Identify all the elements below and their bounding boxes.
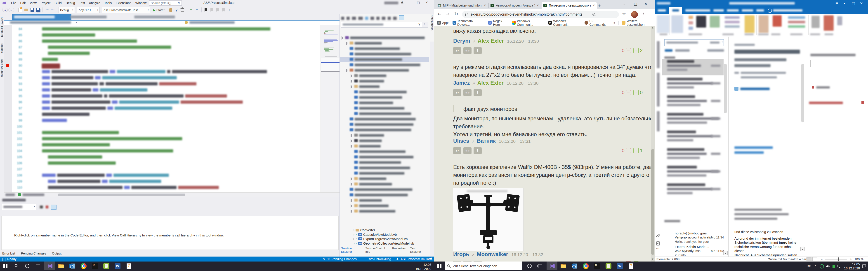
taskbar-app-visual-studio[interactable]: [44, 262, 55, 270]
message-sender[interactable]: [667, 60, 694, 63]
quote-icon[interactable]: «»: [463, 89, 471, 96]
message-sender[interactable]: [667, 166, 697, 168]
tree-item[interactable]: [355, 194, 408, 196]
status-bell-icon[interactable]: 🔔︎: [430, 257, 433, 261]
vs-minimap-scrollbar[interactable]: [320, 25, 340, 193]
maximize-button[interactable]: □: [634, 2, 637, 6]
list-scroll-down[interactable]: ▼: [723, 251, 727, 255]
taskbar-app-word[interactable]: W: [112, 262, 123, 270]
bookmark-apps-grid[interactable]: ⣿Apps: [437, 21, 450, 25]
tab-addins[interactable]: [742, 9, 753, 11]
breakpoint-dot[interactable]: [6, 64, 9, 67]
language-indicator[interactable]: DE: [807, 265, 811, 268]
minimize-button[interactable]: –: [844, 1, 845, 5]
message-sender[interactable]: [667, 113, 704, 115]
tree-item[interactable]: [355, 53, 411, 55]
close-button[interactable]: ✕: [644, 2, 647, 6]
reload-icon[interactable]: ↻: [454, 11, 458, 17]
tree-item[interactable]: [359, 112, 411, 115]
expander-icon[interactable]: [350, 139, 354, 143]
vs-code-editor[interactable]: 8485868788899091929394959697989910010110…: [4, 25, 320, 193]
attachment-icon[interactable]: [735, 87, 739, 91]
bell-icon[interactable]: 🔔︎: [401, 1, 404, 4]
ribbon-button[interactable]: [788, 21, 805, 23]
tree-item[interactable]: [359, 145, 381, 147]
solution-toolbar-icon[interactable]: [370, 17, 374, 20]
solution-toolbar-icon[interactable]: [376, 17, 379, 20]
taskbar-app-visual-studio[interactable]: [547, 262, 557, 270]
message-sender[interactable]: [667, 148, 704, 151]
taskbar-search-input[interactable]: Zur Suche Text hier eingeben: [445, 262, 522, 270]
ribbon-button[interactable]: [788, 25, 805, 28]
volume-icon[interactable]: [826, 265, 830, 268]
taskbar-app-help-document[interactable]: ?: [626, 262, 637, 270]
menu-item-edit[interactable]: Edit: [18, 1, 28, 5]
tree-item[interactable]: [359, 96, 402, 99]
expander-icon[interactable]: [350, 144, 354, 148]
tree-item[interactable]: [355, 188, 412, 191]
vs-editor-hscrollbar[interactable]: [4, 193, 340, 197]
ribbon-button[interactable]: [725, 16, 740, 19]
tree-item[interactable]: [359, 205, 389, 207]
panel-tab-error-list[interactable]: Error List: [2, 251, 15, 255]
tree-item[interactable]: [359, 140, 382, 142]
ide-home-icon[interactable]: [180, 7, 185, 13]
document-tab[interactable]: [68, 14, 116, 20]
tree-item[interactable]: [359, 80, 384, 82]
expander-icon[interactable]: ▷: [353, 233, 355, 236]
status-green-tray-icon[interactable]: [833, 265, 835, 268]
tree-item[interactable]: [355, 64, 420, 66]
quote-icon[interactable]: «»: [463, 147, 471, 154]
search-scope-dropdown[interactable]: ▾: [709, 39, 724, 46]
find-in-files-icon[interactable]: ⚲: [174, 7, 179, 13]
branch-status[interactable]: svn/Entwicklung: [368, 257, 391, 261]
report-icon[interactable]: !: [473, 89, 482, 96]
indent-decrease-icon[interactable]: ≡: [188, 7, 194, 13]
expander-icon[interactable]: [350, 182, 354, 186]
ribbon-button[interactable]: [758, 15, 769, 33]
ribbon-button[interactable]: [811, 16, 819, 28]
reply-icon[interactable]: ↩: [453, 89, 461, 96]
expander-icon[interactable]: [350, 74, 354, 78]
ribbon-button[interactable]: [745, 15, 754, 33]
tree-item[interactable]: [359, 210, 395, 212]
layout-view-button[interactable]: [807, 257, 811, 261]
zoom-out-icon[interactable]: –: [821, 257, 823, 261]
ribbon-button[interactable]: [688, 16, 693, 19]
bookmark-windows[interactable]: Windows Communi...: [512, 19, 545, 26]
document-tab-active[interactable]: [12, 14, 71, 20]
panel-tab-pending-changes[interactable]: Pending Changes: [21, 251, 46, 255]
tree-item[interactable]: [359, 161, 401, 164]
todo-item-overdue[interactable]: [809, 102, 843, 104]
background-tasks-icon[interactable]: [2, 258, 5, 261]
expander-icon[interactable]: [346, 69, 349, 72]
people-icon[interactable]: [656, 234, 660, 237]
next-bookmark-icon[interactable]: [215, 7, 220, 13]
taskbar-app-outlook[interactable]: [569, 262, 580, 270]
solution-toolbar-icon[interactable]: [346, 17, 350, 20]
reply-to-author[interactable]: Moonwalker: [477, 251, 508, 257]
tree-item-converter[interactable]: ▷Converter: [353, 228, 375, 232]
taskbar-app-chrome[interactable]: [581, 262, 591, 270]
menu-item-file[interactable]: File: [9, 1, 18, 5]
reading-scroll-down[interactable]: ▼: [800, 247, 805, 251]
zoom-indicator-icon[interactable]: [592, 13, 596, 17]
ribbon-display-icon[interactable]: ▭: [835, 1, 838, 4]
tree-item[interactable]: [350, 37, 425, 39]
tell-me-search-label[interactable]: [773, 9, 802, 11]
close-button[interactable]: ✕: [860, 1, 863, 5]
new-project-icon[interactable]: [18, 7, 23, 13]
scroll-down-icon[interactable]: ▼: [652, 258, 653, 260]
solution-toolbar-icon[interactable]: [388, 17, 391, 20]
reply-to-author[interactable]: Alex Exler: [477, 38, 504, 44]
tree-item[interactable]: [359, 177, 386, 180]
taskbar-app-help-document[interactable]: ?: [123, 262, 134, 270]
clear-bookmarks-icon[interactable]: [221, 7, 226, 13]
navigate-back-icon[interactable]: ◂: [2, 8, 8, 12]
remove-root-icon[interactable]: [46, 205, 49, 208]
maximize-button[interactable]: □: [852, 1, 855, 5]
ribbon-button[interactable]: [688, 27, 693, 30]
hscroll-thumb[interactable]: [58, 194, 185, 196]
ribbon-button[interactable]: [837, 16, 842, 25]
message-sender[interactable]: [667, 183, 705, 186]
